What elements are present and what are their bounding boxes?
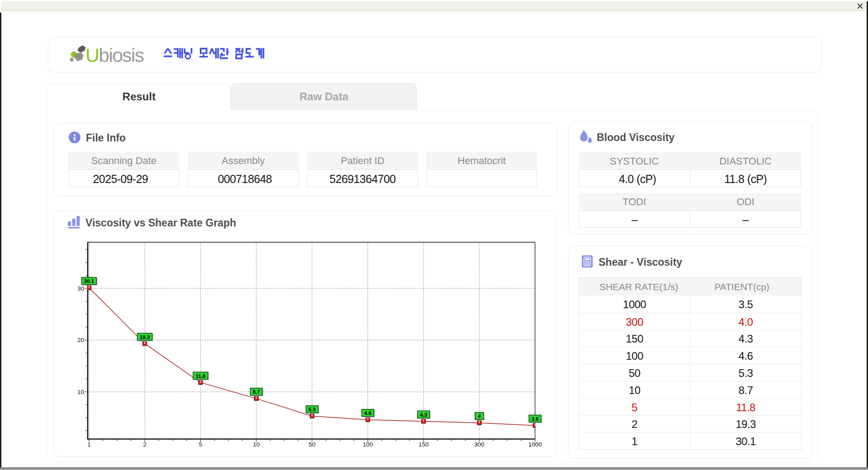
svg-text:10: 10 bbox=[77, 389, 84, 395]
svg-text:11.8: 11.8 bbox=[196, 373, 206, 379]
svg-text:30: 30 bbox=[77, 285, 84, 292]
svg-text:50: 50 bbox=[309, 441, 316, 448]
svg-text:20: 20 bbox=[77, 337, 84, 343]
svg-text:4.6: 4.6 bbox=[364, 410, 372, 416]
svg-text:150: 150 bbox=[419, 441, 429, 448]
svg-text:1: 1 bbox=[87, 441, 91, 448]
svg-text:5.3: 5.3 bbox=[308, 407, 316, 412]
svg-text:4.3: 4.3 bbox=[420, 412, 427, 418]
svg-text:19.3: 19.3 bbox=[140, 334, 150, 340]
svg-text:100: 100 bbox=[363, 441, 373, 448]
svg-text:10: 10 bbox=[253, 441, 259, 448]
svg-text:30.1: 30.1 bbox=[84, 278, 94, 284]
svg-text:2: 2 bbox=[143, 441, 147, 448]
svg-text:4: 4 bbox=[478, 414, 481, 419]
svg-text:8.7: 8.7 bbox=[253, 389, 260, 395]
svg-text:5: 5 bbox=[199, 441, 203, 448]
svg-text:300: 300 bbox=[474, 441, 485, 448]
svg-text:3.5: 3.5 bbox=[532, 416, 539, 422]
svg-text:1000: 1000 bbox=[528, 441, 542, 448]
